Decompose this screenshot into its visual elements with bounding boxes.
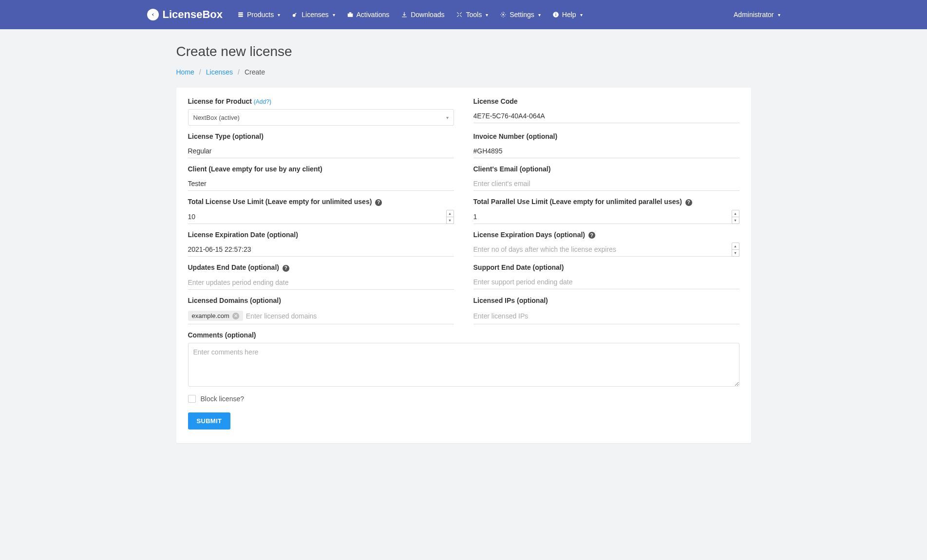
product-selected: NextBox (active) xyxy=(193,114,240,121)
updates-end-label: Updates End Date (optional) ? xyxy=(188,263,454,272)
comments-textarea[interactable] xyxy=(188,343,739,387)
client-email-input[interactable] xyxy=(473,177,739,191)
nav-downloads[interactable]: Downloads xyxy=(401,11,444,19)
chevron-down-icon: ▾ xyxy=(778,12,780,18)
support-end-label: Support End Date (optional) xyxy=(473,263,739,271)
invoice-label: Invoice Number (optional) xyxy=(473,132,739,140)
exp-date-input[interactable] xyxy=(188,243,454,257)
nav-licenses[interactable]: Licenses ▾ xyxy=(292,11,335,19)
submit-button[interactable]: SUBMIT xyxy=(188,412,231,429)
client-input[interactable] xyxy=(188,177,454,191)
block-license-checkbox[interactable] xyxy=(188,395,196,403)
svg-rect-7 xyxy=(349,12,351,13)
license-code-input[interactable] xyxy=(473,109,739,123)
breadcrumb-current: Create xyxy=(245,68,265,76)
svg-point-8 xyxy=(502,14,504,16)
page-title: Create new license xyxy=(176,44,751,59)
client-email-label: Client's Email (optional) xyxy=(473,165,739,173)
nav-label: Settings xyxy=(510,11,534,19)
breadcrumb-sep: / xyxy=(199,68,201,76)
domain-tag-text: example.com xyxy=(192,312,229,319)
navbar: LicenseBox Products ▾ Licenses ▾ xyxy=(0,0,927,29)
brand[interactable]: LicenseBox xyxy=(147,8,223,21)
brand-text: LicenseBox xyxy=(163,8,223,21)
parallel-limit-label: Total Parallel Use Limit (Leave empty fo… xyxy=(473,198,739,206)
svg-rect-3 xyxy=(238,16,243,17)
nav-products[interactable]: Products ▾ xyxy=(237,11,280,19)
comments-label: Comments (optional) xyxy=(188,331,739,339)
user-name: Administrator xyxy=(734,11,774,19)
nav-label: Products xyxy=(247,11,274,19)
number-spinner[interactable]: ▲▼ xyxy=(732,210,739,224)
svg-rect-6 xyxy=(347,14,353,17)
chevron-down-icon: ▾ xyxy=(486,12,488,18)
product-label: License for Product (Add?) xyxy=(188,97,454,105)
updates-end-input[interactable] xyxy=(188,276,454,290)
key-icon xyxy=(292,11,299,18)
license-code-label: License Code xyxy=(473,97,739,105)
help-icon[interactable]: ? xyxy=(685,199,692,206)
domains-input[interactable]: example.com ✕ xyxy=(188,308,454,324)
nav-settings[interactable]: Settings ▾ xyxy=(500,11,541,19)
chevron-down-icon: ▾ xyxy=(538,12,541,18)
chevron-down-icon: ▾ xyxy=(278,12,280,18)
domain-tag: example.com ✕ xyxy=(188,311,243,321)
svg-rect-10 xyxy=(555,14,556,16)
form-card: License for Product (Add?) NextBox (acti… xyxy=(176,88,751,443)
breadcrumb-home[interactable]: Home xyxy=(176,68,194,76)
breadcrumb-sep: / xyxy=(238,68,240,76)
nav-items: Products ▾ Licenses ▾ Activations xyxy=(237,11,583,19)
help-icon[interactable]: ? xyxy=(375,199,382,206)
use-limit-input[interactable] xyxy=(188,210,454,224)
chevron-down-icon: ▾ xyxy=(580,12,583,18)
nav-label: Downloads xyxy=(411,11,444,19)
gears-icon xyxy=(500,11,507,18)
ips-label: Licensed IPs (optional) xyxy=(473,297,739,304)
download-icon xyxy=(401,11,408,18)
use-limit-label: Total License Use Limit (Leave empty for… xyxy=(188,198,454,206)
nav-help[interactable]: Help ▾ xyxy=(552,11,583,19)
caret-down-icon: ▾ xyxy=(446,115,449,120)
layers-icon xyxy=(237,11,244,18)
number-spinner[interactable]: ▲▼ xyxy=(732,243,739,257)
license-type-label: License Type (optional) xyxy=(188,132,454,140)
product-select[interactable]: NextBox (active) ▾ xyxy=(188,109,454,126)
nav-tools[interactable]: Tools ▾ xyxy=(456,11,488,19)
nav-label: Tools xyxy=(466,11,482,19)
tools-icon xyxy=(456,11,463,18)
support-end-input[interactable] xyxy=(473,275,739,289)
client-label: Client (Leave empty for use by any clien… xyxy=(188,165,454,173)
breadcrumb: Home / Licenses / Create xyxy=(176,68,751,76)
remove-tag-icon[interactable]: ✕ xyxy=(232,313,239,319)
svg-rect-1 xyxy=(238,12,243,13)
number-spinner[interactable]: ▲▼ xyxy=(446,210,454,224)
breadcrumb-licenses[interactable]: Licenses xyxy=(206,68,233,76)
help-icon[interactable]: ? xyxy=(588,232,595,239)
nav-activations[interactable]: Activations xyxy=(347,11,390,19)
exp-days-label: License Expiration Days (optional) ? xyxy=(473,231,739,239)
brand-icon xyxy=(147,9,159,20)
user-menu[interactable]: Administrator ▾ xyxy=(734,11,780,19)
exp-days-input[interactable] xyxy=(473,243,739,257)
domains-text-input[interactable] xyxy=(246,310,454,322)
parallel-limit-input[interactable] xyxy=(473,210,739,224)
nav-label: Licenses xyxy=(302,11,328,19)
nav-label: Help xyxy=(562,11,576,19)
license-type-input[interactable] xyxy=(188,144,454,158)
chevron-down-icon: ▾ xyxy=(333,12,335,18)
invoice-input[interactable] xyxy=(473,144,739,158)
info-icon xyxy=(552,11,559,18)
block-license-label: Block license? xyxy=(201,395,245,403)
briefcase-icon xyxy=(347,11,354,18)
ips-text-input[interactable] xyxy=(473,310,739,322)
ips-input[interactable] xyxy=(473,308,739,324)
add-product-link[interactable]: (Add?) xyxy=(254,98,271,105)
domains-label: Licensed Domains (optional) xyxy=(188,297,454,304)
nav-label: Activations xyxy=(357,11,390,19)
exp-date-label: License Expiration Date (optional) xyxy=(188,231,454,239)
help-icon[interactable]: ? xyxy=(283,265,289,272)
svg-point-11 xyxy=(555,13,556,14)
svg-rect-2 xyxy=(238,14,243,15)
